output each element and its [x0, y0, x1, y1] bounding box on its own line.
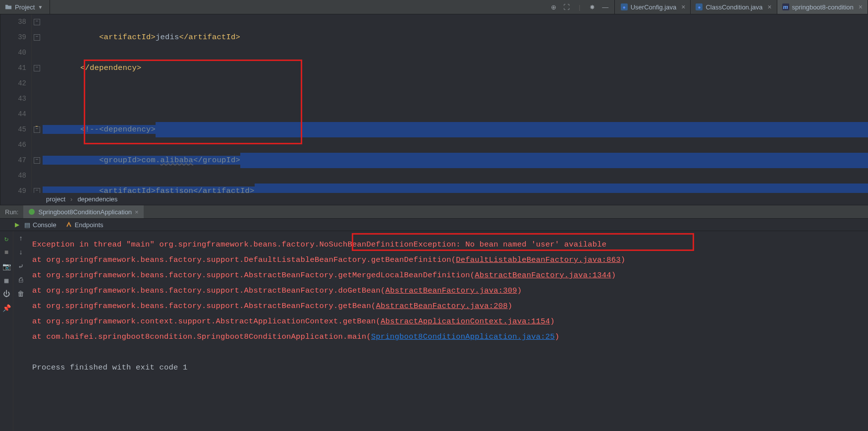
dump-icon[interactable]: 📷: [2, 262, 11, 271]
run-arrow-icon[interactable]: ▶: [15, 221, 19, 228]
console-line: at org.springframework.beans.factory.sup…: [32, 302, 376, 310]
console-line: at org.springframework.beans.factory.sup…: [32, 255, 456, 264]
project-dropdown[interactable]: Project ▼: [0, 0, 50, 14]
spring-icon: [28, 208, 35, 215]
console-exception-msg: NoSuchBeanDefinitionException: No bean n…: [320, 240, 607, 249]
fold-mark-icon[interactable]: −: [34, 34, 40, 41]
expand-icon[interactable]: ⛶: [561, 1, 573, 13]
tab-label: Console: [33, 221, 56, 229]
close-icon[interactable]: ×: [135, 208, 139, 216]
endpoints-icon: [65, 221, 72, 228]
divider-icon: |: [574, 1, 586, 13]
run-config-tab[interactable]: Springboot8ConditionApplication ×: [23, 205, 143, 218]
fold-gutter: − − − − − −: [32, 14, 43, 193]
console-line: at org.springframework.context.support.A…: [32, 317, 380, 326]
fold-mark-icon[interactable]: −: [34, 157, 40, 164]
fold-mark-icon[interactable]: −: [34, 188, 40, 193]
tab-label: springboot8-condition: [792, 3, 854, 11]
console-line: at org.springframework.beans.factory.sup…: [32, 271, 475, 280]
stack-link[interactable]: Springboot8ConditionApplication.java:25: [371, 332, 555, 341]
crumb-project[interactable]: project: [46, 195, 65, 203]
wrap-icon[interactable]: ⤶: [16, 262, 25, 271]
console-line: Exception in thread "main" org.springfra…: [32, 240, 320, 249]
code-content[interactable]: <artifactId>jedis</artifactId> </depende…: [43, 14, 868, 193]
console-output[interactable]: Exception in thread "main" org.springfra…: [28, 231, 868, 431]
console-left-gutter-2: ↑ ↓ ⤶ ⎙ 🗑: [13, 231, 28, 431]
tab-label: Endpoints: [75, 221, 104, 229]
code-area[interactable]: 3839 4041 4243 4445 4647 4849 − − − − − …: [0, 14, 868, 193]
tab-userconfig[interactable]: UserConfig.java ×: [616, 0, 691, 14]
hide-icon[interactable]: —: [599, 1, 611, 13]
fold-mark-icon[interactable]: −: [34, 19, 40, 25]
editor: 3839 4041 4243 4445 4647 4849 − − − − − …: [0, 14, 868, 205]
java-file-icon: [621, 3, 628, 10]
settings-icon[interactable]: ✸: [587, 1, 598, 13]
console-icon: ▤: [24, 221, 30, 229]
tab-endpoints[interactable]: Endpoints: [61, 220, 108, 230]
project-icon: [5, 3, 12, 10]
run-config-label: Springboot8ConditionApplication: [38, 208, 132, 216]
line-number-gutter: 3839 4041 4243 4445 4647 4849: [0, 14, 32, 193]
close-icon[interactable]: ×: [681, 3, 685, 11]
fold-mark-icon[interactable]: −: [34, 126, 40, 133]
stack-link[interactable]: DefaultListableBeanFactory.java:863: [456, 255, 621, 264]
crumb-dependencies[interactable]: dependencies: [77, 195, 117, 203]
tool-window-tabs: ▶ ▤ Console Endpoints: [0, 219, 868, 231]
console-left-gutter-1: ↻ ■ 📷 ▦ ⏻ 📌: [0, 231, 13, 431]
stop-icon[interactable]: ■: [2, 248, 11, 257]
layout-icon[interactable]: ▦: [2, 276, 11, 285]
stack-link[interactable]: AbstractApplicationContext.java:1154: [380, 317, 550, 326]
chevron-right-icon: ›: [70, 195, 72, 203]
tab-console[interactable]: ▤ Console: [20, 220, 60, 230]
tab-label: ClassCondition.java: [705, 3, 762, 11]
breadcrumb[interactable]: project › dependencies: [0, 193, 868, 205]
console-panel: ↻ ■ 📷 ▦ ⏻ 📌 ↑ ↓ ⤶ ⎙ 🗑 Exception in threa…: [0, 231, 868, 431]
top-bar: Project ▼ ⊕ ⛶ | ✸ — UserConfig.java × Cl…: [0, 0, 868, 14]
rerun-icon[interactable]: ↻: [2, 234, 11, 243]
editor-tabs: UserConfig.java × ClassCondition.java × …: [616, 0, 868, 14]
console-line: at org.springframework.beans.factory.sup…: [32, 286, 385, 295]
project-toolbar: ⊕ ⛶ | ✸ —: [545, 0, 615, 14]
java-file-icon: [696, 3, 703, 10]
tab-pom[interactable]: springboot8-condition ×: [777, 0, 868, 14]
run-window-header: Run: Springboot8ConditionApplication ×: [0, 205, 868, 219]
clear-icon[interactable]: 🗑: [16, 290, 25, 299]
console-exit-line: Process finished with exit code 1: [32, 363, 188, 372]
console-line: at com.haifei.springboot8condition.Sprin…: [32, 332, 371, 341]
down-icon[interactable]: ↓: [16, 248, 25, 257]
close-icon[interactable]: ×: [859, 3, 863, 11]
up-icon[interactable]: ↑: [16, 234, 25, 243]
fold-mark-icon[interactable]: −: [34, 65, 40, 71]
stack-link[interactable]: AbstractBeanFactory.java:1344: [475, 271, 611, 280]
exit-icon[interactable]: ⏻: [2, 290, 11, 299]
project-dropdown-label: Project: [15, 3, 35, 11]
print-icon[interactable]: ⎙: [16, 276, 25, 285]
main-split: ▶ springboot7-mybatis D:\Workspace-java\…: [0, 14, 868, 205]
svg-point-6: [29, 209, 35, 215]
tab-label: UserConfig.java: [631, 3, 677, 11]
pin-icon[interactable]: 📌: [2, 304, 11, 312]
stack-link[interactable]: AbstractBeanFactory.java:309: [385, 286, 517, 295]
close-icon[interactable]: ×: [767, 3, 771, 11]
run-label: Run:: [0, 208, 23, 216]
tab-classcondition[interactable]: ClassCondition.java ×: [691, 0, 777, 14]
stack-link[interactable]: AbstractBeanFactory.java:208: [376, 302, 508, 310]
maven-file-icon: [782, 3, 789, 10]
locate-icon[interactable]: ⊕: [548, 1, 560, 13]
chevron-down-icon: ▼: [38, 4, 43, 10]
